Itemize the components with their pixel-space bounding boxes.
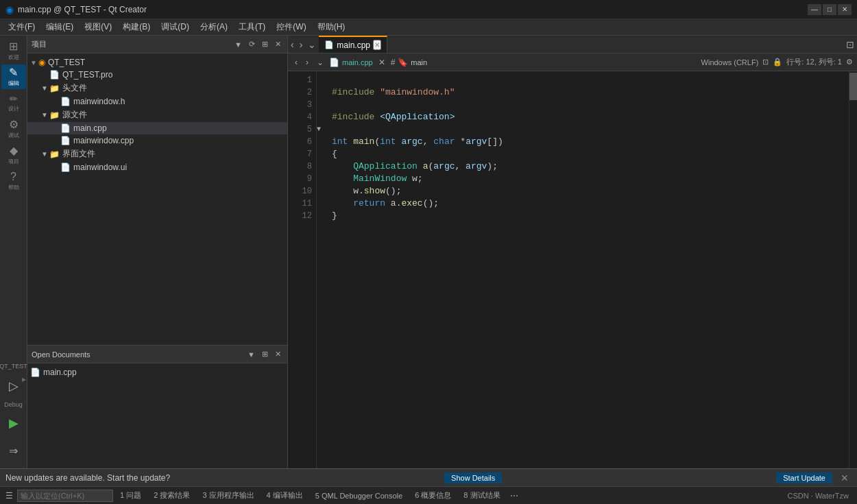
tree-item-mainwindow-ui[interactable]: 📄 mainwindow.ui <box>27 161 287 173</box>
search-label: 搜索结果 <box>160 491 190 499</box>
breadcrumb-back[interactable]: ‹ <box>292 53 300 71</box>
tree-item-main-cpp[interactable]: 📄 main.cpp <box>27 122 287 134</box>
code-editor[interactable]: 1 2 3 4 5 6 7 8 9 10 11 12 ▼ <box>288 71 857 468</box>
compile-number: 4 <box>267 491 271 499</box>
tree-item-sources-folder[interactable]: ▼ 📁 源文件 <box>27 108 287 122</box>
app-output-label: 应用程序输出 <box>209 491 254 499</box>
outer-layout: ⊞ 欢迎 ✎ 编辑 ✏ 设计 ⚙ 调试 ◆ 项目 ? 帮助 <box>0 36 857 468</box>
tab-close-button[interactable]: ✕ <box>373 40 381 50</box>
tab-nav-forward[interactable]: › <box>297 36 306 53</box>
menu-edit[interactable]: 编辑(E) <box>40 20 79 34</box>
status-tab-test[interactable]: 8 测试结果 <box>458 489 505 502</box>
sidebar-item-edit[interactable]: ✎ 编辑 <box>1 64 26 89</box>
open-docs-close[interactable]: ✕ <box>273 349 283 359</box>
app-icon: ◉ <box>5 4 14 15</box>
tree-item-pro[interactable]: 📄 QT_TEST.pro <box>27 69 287 81</box>
filter-button[interactable]: ▼ <box>232 39 244 49</box>
line-num-1: 1 <box>288 74 312 86</box>
titlebar: ◉ main.cpp @ QT_TEST - Qt Creator — □ ✕ <box>0 0 857 19</box>
code-scrollbar[interactable] <box>849 71 857 468</box>
run-debug-button[interactable]: ▷ ▶ <box>1 374 26 398</box>
project-name-label: QT_TEST <box>0 361 27 371</box>
search-input[interactable] <box>17 490 113 502</box>
menu-build[interactable]: 构建(B) <box>117 20 156 34</box>
tab-expand-button[interactable]: ⊡ <box>843 36 857 53</box>
code-content[interactable]: #include "mainwindow.h" #include <QAppli… <box>326 71 849 468</box>
line-3: #include <QApplication> <box>332 112 455 122</box>
search-number: 2 <box>154 491 158 499</box>
line-9: w.show(); <box>332 186 401 196</box>
ui-folder-icon: 📁 <box>49 149 60 159</box>
line-num-6: 6 <box>288 136 312 148</box>
menu-help[interactable]: 帮助(H) <box>312 20 351 34</box>
line-11: } <box>332 211 337 221</box>
tab-main-cpp[interactable]: 📄 main.cpp ✕ <box>319 36 387 53</box>
test-number: 8 <box>463 491 468 499</box>
step-button[interactable]: ⇒ <box>1 438 26 463</box>
breadcrumb-forward[interactable]: › <box>303 53 311 71</box>
update-dismiss-button[interactable]: ✕ <box>838 472 852 483</box>
show-details-button[interactable]: Show Details <box>444 472 502 483</box>
tree-item-ui-folder[interactable]: ▼ 📁 界面文件 <box>27 147 287 161</box>
status-tab-qml[interactable]: 5 QML Debugger Console <box>310 490 408 501</box>
open-documents-section: Open Documents ▼ ⊞ ✕ 📄 main.cpp <box>27 345 287 468</box>
open-docs-filter[interactable]: ▼ <box>245 349 257 359</box>
sidebar-item-project[interactable]: ◆ 项目 <box>1 143 26 167</box>
issues-label: 问题 <box>126 491 141 499</box>
debug-label: 调试 <box>8 132 19 139</box>
tree-item-mainwindow-cpp[interactable]: 📄 mainwindow.cpp <box>27 134 287 147</box>
sync-button[interactable]: ⟳ <box>247 39 257 49</box>
tab-nav-back[interactable]: ‹ <box>288 36 297 53</box>
menu-view[interactable]: 视图(V) <box>79 20 117 34</box>
more-tabs-button[interactable]: ⋯ <box>507 491 521 501</box>
sidebar-item-design[interactable]: ✏ 设计 <box>1 91 26 115</box>
encoding-info[interactable]: Windows (CRLF) <box>701 58 759 67</box>
status-bar-toggle[interactable]: ☰ <box>3 491 16 501</box>
edit-icon: ✎ <box>9 67 18 78</box>
status-tab-issues[interactable]: 1 问题 <box>114 489 147 502</box>
project-icon: ◉ <box>38 58 45 67</box>
app-output-number: 3 <box>202 491 206 499</box>
menu-analyze[interactable]: 分析(A) <box>195 20 233 34</box>
status-tab-summary[interactable]: 6 概要信息 <box>409 489 457 502</box>
split-button[interactable]: ⊞ <box>260 39 270 49</box>
file-tree-toolbar: 项目 ▼ ⟳ ⊞ ✕ <box>27 36 287 53</box>
close-panel-button[interactable]: ✕ <box>273 39 283 49</box>
run-button[interactable]: ▶ <box>1 411 26 435</box>
line-numbers: 1 2 3 4 5 6 7 8 9 10 11 12 <box>288 71 317 468</box>
tree-item-mainwindow-h[interactable]: 📄 mainwindow.h <box>27 95 287 108</box>
welcome-icon: ⊞ <box>9 41 18 52</box>
fold-11 <box>317 197 326 210</box>
scrollbar-thumb[interactable] <box>849 73 857 100</box>
sidebar-item-welcome[interactable]: ⊞ 欢迎 <box>1 38 26 63</box>
tab-nav-dropdown[interactable]: ⌄ <box>305 36 319 53</box>
breadcrumb-close-btn[interactable]: ✕ <box>376 53 388 71</box>
start-update-button[interactable]: Start Update <box>776 472 832 483</box>
status-tab-app-output[interactable]: 3 应用程序输出 <box>197 489 259 502</box>
menu-tools[interactable]: 工具(T) <box>233 20 271 34</box>
open-docs-split[interactable]: ⊞ <box>260 349 270 359</box>
sources-folder-icon: 📁 <box>49 110 60 120</box>
sidebar-item-help[interactable]: ? 帮助 <box>1 169 26 193</box>
menu-debug[interactable]: 调试(D) <box>156 20 195 34</box>
tree-item-project[interactable]: ▼ ◉ QT_TEST <box>27 56 287 69</box>
status-tab-compile[interactable]: 4 编译输出 <box>261 489 309 502</box>
run-debug-icon: ▷ <box>9 379 19 394</box>
open-docs-toolbar: Open Documents ▼ ⊞ ✕ <box>27 346 287 363</box>
minimize-button[interactable]: — <box>808 4 821 15</box>
breadcrumb-dropdown[interactable]: ⌄ <box>314 53 326 71</box>
tree-item-headers-folder[interactable]: ▼ 📁 头文件 <box>27 81 287 95</box>
sidebar-item-debug[interactable]: ⚙ 调试 <box>1 117 26 141</box>
menu-file[interactable]: 文件(F) <box>3 20 40 34</box>
breadcrumb-bookmark-icon: 🔖 <box>398 58 408 67</box>
open-doc-main-cpp[interactable]: 📄 main.cpp <box>27 366 287 379</box>
menu-controls[interactable]: 控件(W) <box>271 20 311 34</box>
expand-editor-icon: ⊡ <box>762 58 769 67</box>
close-button[interactable]: ✕ <box>838 4 852 15</box>
settings-icon[interactable]: ⚙ <box>846 58 853 67</box>
maximize-button[interactable]: □ <box>823 4 836 15</box>
fold-5[interactable]: ▼ <box>317 123 326 136</box>
status-tab-search[interactable]: 2 搜索结果 <box>148 489 195 502</box>
open-docs-title: Open Documents <box>32 350 90 359</box>
headers-arrow: ▼ <box>41 84 48 92</box>
